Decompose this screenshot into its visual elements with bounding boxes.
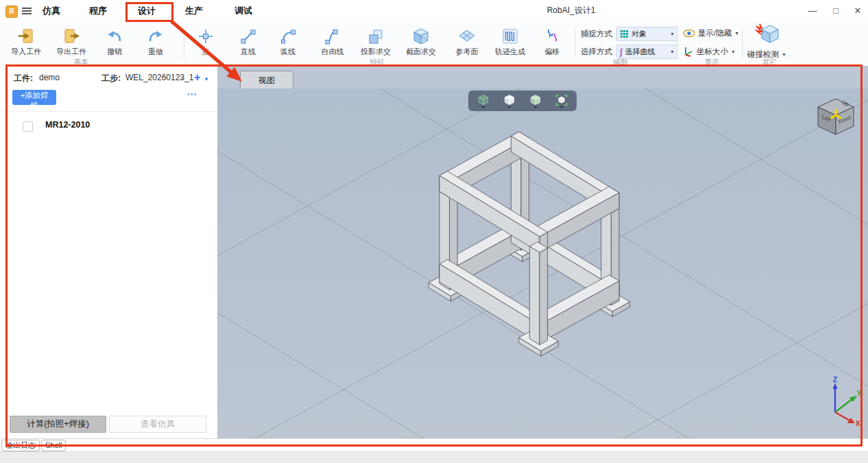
title-bar: R 仿真 程序 设计 生产 调试 RobAI_设计1 — □ ✕	[0, 0, 868, 23]
bottom-tab-strip: 输出日志 Shell	[0, 438, 868, 452]
add-weld-line-button[interactable]: +添加焊线	[12, 90, 56, 105]
zoom-fit-view-button[interactable]	[550, 92, 573, 110]
coordinate-axes-icon	[683, 46, 694, 57]
show-hide-button[interactable]: 显示/隐藏 ▼	[683, 28, 739, 38]
chevron-down-icon: ▼	[734, 31, 739, 36]
ribbon-separator	[677, 27, 678, 58]
ribbon-toolbar: 导入工件 导出工件 撤销 重做 点 直线	[0, 22, 868, 67]
export-workpiece-icon	[62, 27, 80, 45]
freeline-tool-button[interactable]: 自由线	[312, 25, 353, 61]
add-step-button[interactable]: +	[194, 72, 200, 83]
tab-output-log[interactable]: 输出日志	[1, 440, 40, 451]
tab-view[interactable]: 视图	[240, 71, 293, 89]
view-simulation-button[interactable]: 查看仿真	[109, 416, 206, 433]
projection-intersect-icon	[367, 27, 385, 45]
redo-button[interactable]: 重做	[135, 25, 176, 61]
import-workpiece-icon	[17, 27, 35, 45]
axis-y-label: Y	[857, 390, 862, 397]
viewport-canvas[interactable]: Up Left Front Z Y X	[217, 88, 868, 438]
chevron-down-icon: ▼	[731, 49, 736, 54]
divider	[0, 111, 217, 112]
menu-design[interactable]: 设计	[135, 0, 158, 21]
close-button[interactable]: ✕	[849, 0, 867, 21]
section-intersect-button[interactable]: 截面求交	[400, 25, 442, 61]
trajectory-generate-button[interactable]: 轨迹生成	[490, 25, 531, 61]
weld-item-checkbox[interactable]	[23, 121, 33, 132]
menu-production[interactable]: 生产	[182, 0, 206, 21]
eye-icon	[683, 29, 695, 38]
add-step-caret-icon[interactable]: ▼	[204, 76, 209, 82]
undo-icon	[106, 27, 123, 45]
tab-shell[interactable]: Shell	[41, 440, 66, 451]
hamburger-menu-icon[interactable]	[22, 6, 32, 16]
projection-intersect-button[interactable]: 投影求交	[355, 25, 396, 61]
arc-tool-icon	[279, 27, 297, 45]
snap-mode-label: 捕捉方式	[581, 29, 612, 39]
reference-plane-button[interactable]: 参考面	[446, 25, 487, 61]
menu-debug[interactable]: 调试	[232, 0, 255, 21]
offset-icon	[543, 27, 561, 45]
chevron-down-icon: ▼	[782, 52, 786, 57]
shaded-cube-icon	[503, 94, 516, 106]
chevron-down-icon[interactable]: ⌄	[180, 73, 185, 81]
weld-line-panel: 工件: demo 工步: WEL_20260123_1 ⌄ + ▼ +添加焊线 …	[0, 66, 218, 438]
more-options-icon[interactable]: ⋯	[186, 88, 197, 101]
offset-button[interactable]: 偏移	[531, 25, 572, 61]
trajectory-generate-icon	[501, 27, 519, 45]
chevron-down-icon	[507, 106, 511, 108]
wireframe-cube-icon	[477, 94, 490, 106]
chevron-down-icon	[533, 106, 538, 108]
view-mode-toolbar	[468, 91, 577, 111]
select-mode-combo[interactable]: ∫ 选择曲线 ▼	[616, 45, 678, 59]
wireframe-view-button[interactable]	[472, 92, 495, 110]
chevron-down-icon: ▼	[670, 32, 675, 36]
coordinate-size-button[interactable]: 坐标大小 ▼	[683, 46, 736, 57]
viewport-3d: 视图	[217, 66, 868, 438]
maximize-button[interactable]: □	[827, 0, 845, 21]
grid-snap-icon	[620, 29, 629, 38]
export-workpiece-button[interactable]: 导出工件	[51, 25, 92, 61]
undo-button[interactable]: 撤销	[94, 25, 135, 61]
redo-icon	[147, 27, 165, 45]
snap-mode-combo[interactable]: 对象 ▼	[616, 27, 678, 41]
status-bar	[0, 451, 868, 463]
menu-simulation[interactable]: 仿真	[40, 0, 63, 21]
solid-view-button[interactable]	[524, 92, 547, 110]
chevron-down-icon: ▼	[670, 49, 675, 54]
section-intersect-icon	[412, 27, 430, 45]
freeline-tool-icon	[324, 27, 341, 45]
viewport-tabstrip: 视图	[217, 66, 868, 88]
view-cube[interactable]: Up Left Front	[815, 97, 857, 136]
minimize-button[interactable]: —	[804, 0, 821, 21]
arc-tool-button[interactable]: 弧线	[267, 25, 309, 61]
chevron-down-icon	[559, 106, 564, 108]
step-label: 工步:	[101, 73, 121, 84]
reference-plane-icon	[458, 27, 476, 45]
solid-cube-icon	[529, 94, 542, 106]
ribbon-separator	[575, 27, 575, 58]
point-tool-button[interactable]: 点	[185, 25, 226, 61]
ribbon-separator	[742, 27, 743, 58]
axis-triad: Z Y X	[825, 377, 863, 428]
axis-x-label: X	[856, 420, 860, 427]
line-tool-icon	[239, 27, 257, 45]
compute-button[interactable]: 计算(拍照+焊接)	[10, 416, 106, 433]
weld-item-name[interactable]: MR12-2010	[45, 120, 90, 130]
fit-cube-icon	[555, 94, 568, 106]
integral-curve-icon: ∫	[620, 47, 623, 56]
ribbon-separator	[184, 27, 184, 58]
chevron-down-icon	[481, 106, 485, 108]
line-tool-button[interactable]: 直线	[228, 25, 269, 61]
window-title: RobAI_设计1	[523, 0, 619, 21]
point-tool-icon	[197, 27, 215, 45]
workpiece-label: 工件:	[14, 73, 33, 84]
menu-program[interactable]: 程序	[86, 0, 110, 21]
workpiece-value: demo	[39, 73, 60, 82]
scene-3d-frame	[217, 88, 868, 438]
import-workpiece-button[interactable]: 导入工件	[5, 25, 47, 61]
app-logo: R	[5, 5, 18, 18]
shaded-view-button[interactable]	[498, 92, 521, 110]
collision-detect-button[interactable]	[754, 23, 780, 48]
axis-z-label: Z	[833, 377, 837, 383]
select-mode-label: 选择方式	[581, 47, 612, 57]
